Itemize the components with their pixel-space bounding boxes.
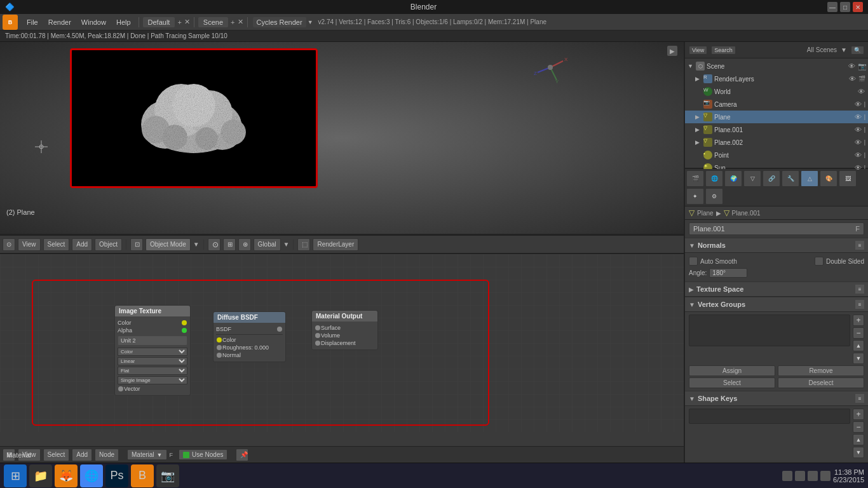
outliner-search-icon[interactable]: 🔍 bbox=[851, 46, 864, 55]
render-layer-btn[interactable]: RenderLayer bbox=[313, 238, 358, 251]
camera-eye[interactable]: 👁 bbox=[855, 100, 862, 108]
vg-assign-btn[interactable]: Assign bbox=[689, 365, 775, 376]
vg-deselect-btn[interactable]: Deselect bbox=[778, 377, 864, 388]
close-button[interactable]: ✕ bbox=[853, 2, 863, 12]
flat-select[interactable]: Flat bbox=[118, 367, 187, 375]
outliner-item-renderlayers[interactable]: ▶ R RenderLayers 👁 🎬 bbox=[685, 72, 868, 85]
outliner-item-point[interactable]: • Point 👁 | bbox=[685, 149, 868, 161]
color-socket-out[interactable] bbox=[182, 320, 187, 325]
vector-socket-in[interactable] bbox=[118, 386, 123, 391]
single-image-select[interactable]: Single Image bbox=[118, 376, 187, 384]
vg-select-btn[interactable]: Select bbox=[689, 377, 775, 388]
alpha-socket-out[interactable] bbox=[182, 328, 187, 333]
tab-data[interactable]: △ bbox=[801, 170, 818, 187]
vg-add-btn[interactable]: + bbox=[853, 315, 864, 326]
color-select[interactable]: Color bbox=[118, 348, 187, 356]
normal-socket-in[interactable] bbox=[217, 353, 222, 358]
tab-object[interactable]: ▽ bbox=[743, 170, 761, 187]
node-select-menu[interactable]: Select bbox=[43, 449, 70, 461]
tab-constraints[interactable]: 🔗 bbox=[763, 170, 780, 187]
tab-world[interactable]: 🌍 bbox=[724, 170, 742, 187]
select-menu[interactable]: Select bbox=[43, 238, 70, 251]
sk-remove-btn[interactable]: − bbox=[853, 421, 864, 433]
angle-value[interactable]: 180° bbox=[709, 268, 747, 278]
breadcrumb-plane[interactable]: Plane bbox=[697, 210, 714, 217]
vg-remove-sel-btn[interactable]: Remove bbox=[778, 365, 864, 376]
taskbar-explorer[interactable]: 📁 bbox=[29, 464, 52, 487]
bsdf-color-in[interactable] bbox=[217, 337, 222, 342]
node-editor[interactable]: Image Texture Color Alpha Unit 2 bbox=[0, 253, 684, 463]
sk-up-btn[interactable]: ▲ bbox=[853, 434, 864, 445]
scenes-dropdown-arrow[interactable]: ▼ bbox=[841, 46, 847, 53]
roughness-socket-in[interactable] bbox=[217, 345, 222, 350]
rl-eye[interactable]: 👁 bbox=[849, 75, 857, 83]
auto-smooth-checkbox[interactable] bbox=[689, 257, 698, 266]
double-sided-checkbox[interactable] bbox=[815, 257, 824, 266]
node-canvas[interactable]: Image Texture Color Alpha Unit 2 bbox=[0, 254, 684, 432]
linear-select[interactable]: Linear bbox=[118, 357, 187, 365]
taskbar-chrome[interactable]: 🌐 bbox=[80, 464, 103, 487]
add-menu[interactable]: Add bbox=[72, 238, 92, 251]
tab-physics[interactable]: ⚙ bbox=[705, 188, 723, 205]
tab-texture[interactable]: 🖼 bbox=[839, 170, 857, 187]
breadcrumb-plane001[interactable]: Plane.001 bbox=[732, 210, 761, 217]
diffuse-bsdf-node[interactable]: Diffuse BSDF BSDF Color bbox=[213, 311, 286, 362]
use-nodes-toggle[interactable]: Use Nodes bbox=[179, 449, 227, 460]
vertex-groups-section-header[interactable]: ▼ Vertex Groups ≡ bbox=[685, 297, 868, 312]
material-output-node[interactable]: Material Output Surface Volume bbox=[311, 310, 378, 350]
plane001-eye[interactable]: 👁 bbox=[855, 126, 862, 133]
taskbar-firefox[interactable]: 🦊 bbox=[55, 464, 78, 487]
snap-btn[interactable]: ⊞ bbox=[223, 238, 236, 251]
outliner-item-camera[interactable]: 📷 Camera 👁 | bbox=[685, 98, 868, 111]
tab-scene[interactable]: 🌐 bbox=[705, 170, 723, 187]
object-menu[interactable]: Object bbox=[95, 238, 122, 251]
menu-help[interactable]: Help bbox=[111, 17, 136, 27]
menu-render[interactable]: Render bbox=[43, 17, 76, 27]
tab-render[interactable]: 🎬 bbox=[686, 170, 704, 187]
plane002-eye[interactable]: 👁 bbox=[855, 139, 862, 146]
tab-particles[interactable]: ✦ bbox=[686, 188, 704, 205]
sk-add-btn[interactable]: + bbox=[853, 409, 864, 420]
sk-down-btn[interactable]: ▼ bbox=[853, 447, 864, 458]
material-selector[interactable]: Material ▼ bbox=[127, 449, 167, 460]
outliner-item-world[interactable]: W World 👁 bbox=[685, 85, 868, 98]
taskbar-app6[interactable]: 📷 bbox=[156, 464, 179, 487]
proportional-btn[interactable]: ⊛ bbox=[238, 238, 251, 251]
outliner-item-scene[interactable]: ▼ ⬡ Scene 👁 📷 bbox=[685, 60, 868, 72]
nav-arrow-right[interactable]: ▶ bbox=[667, 46, 677, 56]
scene-eye[interactable]: 👁 bbox=[848, 62, 856, 70]
outliner-item-plane002[interactable]: ▶ ▽ Plane.002 👁 | bbox=[685, 136, 868, 149]
texture-space-menu[interactable]: ≡ bbox=[855, 285, 864, 294]
menu-window[interactable]: Window bbox=[76, 17, 111, 27]
viewport-3d[interactable]: (2) Plane X Y Z ▶ bbox=[0, 42, 684, 235]
vg-down-btn[interactable]: ▼ bbox=[853, 353, 864, 364]
tab-modifiers[interactable]: 🔧 bbox=[782, 170, 799, 187]
vg-menu[interactable]: ≡ bbox=[855, 300, 864, 309]
start-button[interactable]: ⊞ bbox=[4, 464, 27, 487]
node-node-menu[interactable]: Node bbox=[95, 449, 119, 461]
tab-material[interactable]: 🎨 bbox=[820, 170, 837, 187]
point-eye[interactable]: 👁 bbox=[855, 151, 862, 159]
outliner-item-plane[interactable]: ▶ ▽ Plane 👁 | bbox=[685, 111, 868, 123]
shape-keys-section-header[interactable]: ▼ Shape Keys ≡ bbox=[685, 391, 868, 406]
sk-menu[interactable]: ≡ bbox=[855, 394, 864, 403]
plane-eye[interactable]: 👁 bbox=[855, 113, 862, 121]
taskbar-photoshop[interactable]: Ps bbox=[105, 464, 128, 487]
scene-render[interactable]: 📷 bbox=[858, 62, 865, 70]
menu-file[interactable]: File bbox=[22, 17, 43, 27]
bsdf-socket-out[interactable] bbox=[277, 327, 282, 332]
xray-btn[interactable]: ⬚ bbox=[297, 238, 310, 251]
maximize-button[interactable]: □ bbox=[840, 2, 850, 12]
image-texture-node[interactable]: Image Texture Color Alpha Unit 2 bbox=[114, 305, 191, 396]
global-selector[interactable]: Global bbox=[254, 238, 281, 251]
surface-socket-in[interactable] bbox=[315, 325, 320, 330]
mode-selector[interactable]: Object Mode bbox=[146, 238, 191, 251]
displacement-socket-in[interactable] bbox=[315, 341, 320, 346]
material-name-field[interactable]: Plane.001 F bbox=[689, 222, 864, 235]
texture-space-section-header[interactable]: ▶ Texture Space ≡ bbox=[685, 281, 868, 297]
pivot-btn[interactable]: ⊙ bbox=[208, 238, 220, 251]
workspace-tab[interactable]: Default bbox=[143, 17, 175, 27]
outliner-view-btn[interactable]: View bbox=[689, 46, 707, 55]
render-engine[interactable]: Cycles Render bbox=[253, 17, 306, 27]
minimize-button[interactable]: — bbox=[827, 2, 837, 12]
